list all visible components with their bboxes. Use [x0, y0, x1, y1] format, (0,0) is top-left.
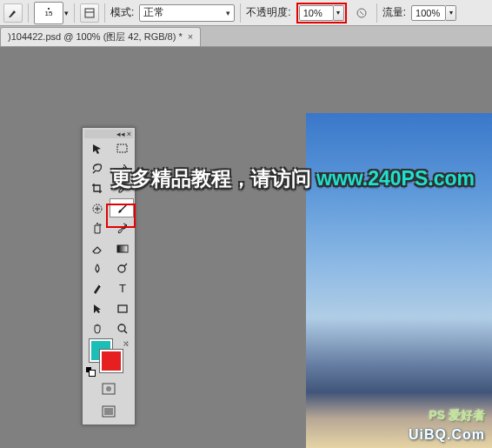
healing-icon	[90, 202, 103, 215]
marquee-tool[interactable]	[110, 138, 134, 157]
blur-icon	[90, 262, 103, 275]
chevron-down-icon: ▾	[226, 9, 230, 17]
panel-icon	[83, 7, 96, 19]
watermark-text: 更多精品教程，请访问 www.240PS.com	[111, 165, 475, 192]
swap-colors-icon[interactable]: ⤭	[123, 339, 130, 348]
background-color[interactable]	[100, 350, 123, 372]
dodge-icon	[116, 262, 129, 275]
history-brush-tool[interactable]	[110, 218, 134, 237]
pen-icon	[90, 282, 103, 295]
shape-tool[interactable]	[110, 298, 134, 318]
mode-label: 模式:	[110, 5, 134, 20]
collapse-icon[interactable]: ◂◂	[116, 130, 125, 138]
options-bar: 15 ▾ 模式: 正常 ▾ 不透明度: 10% ▾ 流量: 100% ▾	[0, 0, 492, 26]
svg-point-8	[118, 265, 125, 272]
path-select-icon	[90, 302, 103, 315]
close-icon[interactable]: ×	[127, 130, 131, 138]
svg-rect-3	[117, 144, 127, 152]
site-brand-text: UiBQ.Com	[409, 427, 485, 442]
chevron-down-icon[interactable]: ▾	[64, 9, 69, 17]
blend-mode-value: 正常	[143, 5, 164, 20]
watermark-link: www.240PS.com	[316, 167, 475, 191]
divider	[104, 3, 105, 23]
shape-icon	[116, 302, 129, 315]
watermark-label: 更多精品教程，请访问	[111, 165, 311, 192]
divider	[74, 3, 75, 23]
brush-size-preview[interactable]: 15	[34, 2, 63, 24]
flow-stepper[interactable]: ▾	[446, 5, 456, 21]
blend-mode-dropdown[interactable]: 正常 ▾	[139, 4, 235, 22]
svg-point-12	[118, 324, 125, 331]
marquee-icon	[116, 142, 129, 155]
pressure-icon	[355, 6, 369, 20]
flow-label: 流量:	[382, 5, 406, 20]
canvas-area[interactable]	[0, 47, 492, 448]
hand-icon	[90, 322, 103, 335]
crop-icon	[90, 182, 103, 195]
opacity-input[interactable]: 10%	[299, 5, 334, 21]
svg-point-6	[96, 223, 98, 224]
opacity-highlight: 10% ▾	[296, 3, 347, 23]
svg-rect-7	[117, 245, 128, 252]
eraser-icon	[90, 242, 103, 255]
document-image	[306, 113, 492, 448]
default-colors-icon[interactable]	[86, 367, 95, 376]
brush-icon	[7, 7, 19, 19]
quick-mask-icon	[102, 383, 116, 395]
svg-text:T: T	[119, 282, 126, 295]
healing-tool[interactable]	[84, 198, 109, 217]
move-tool[interactable]	[84, 138, 109, 157]
flow-input[interactable]: 100%	[411, 5, 446, 21]
svg-rect-17	[104, 408, 113, 415]
tool-preset-picker[interactable]	[3, 3, 23, 23]
path-select-tool[interactable]	[84, 298, 109, 318]
divider	[240, 3, 241, 23]
svg-rect-0	[85, 9, 94, 17]
move-icon	[90, 142, 103, 155]
site-logo: PS 爱好者	[429, 408, 485, 424]
flow-value: 100%	[416, 8, 440, 18]
opacity-label: 不透明度:	[246, 5, 290, 20]
svg-line-13	[124, 331, 127, 333]
quick-mask-toggle[interactable]	[96, 379, 121, 398]
zoom-icon	[116, 322, 129, 335]
brush-icon	[116, 202, 129, 215]
blur-tool[interactable]	[84, 258, 109, 277]
type-icon: T	[116, 282, 129, 295]
brush-panel-toggle[interactable]	[80, 3, 99, 23]
dodge-tool[interactable]	[110, 258, 134, 277]
divider	[28, 3, 29, 23]
eraser-tool[interactable]	[84, 238, 109, 257]
svg-line-9	[124, 264, 127, 266]
brush-tool[interactable]	[110, 198, 134, 217]
clone-tool[interactable]	[84, 218, 109, 237]
type-tool[interactable]: T	[110, 278, 134, 298]
gradient-icon	[116, 242, 129, 255]
brush-size-value: 15	[45, 10, 53, 17]
gradient-tool[interactable]	[110, 238, 134, 257]
lasso-tool[interactable]	[84, 158, 109, 177]
opacity-value: 10%	[303, 8, 322, 18]
tablet-pressure-opacity[interactable]	[352, 3, 371, 23]
site-brand: UiBQ.Com	[409, 427, 485, 443]
color-swatches: ⤭	[84, 338, 133, 378]
zoom-tool[interactable]	[110, 318, 134, 338]
screen-mode-icon	[102, 405, 116, 418]
opacity-stepper[interactable]: ▾	[334, 5, 344, 21]
tools-panel-header[interactable]: ◂◂ ×	[84, 130, 133, 138]
document-tab[interactable]: )104422.psd @ 100% (图层 42, RGB/8) * ×	[0, 27, 201, 46]
document-tabs-bar: )104422.psd @ 100% (图层 42, RGB/8) * ×	[0, 26, 492, 47]
close-icon[interactable]: ×	[188, 31, 193, 42]
svg-point-15	[106, 386, 111, 391]
crop-tool[interactable]	[84, 178, 109, 197]
history-brush-icon	[116, 222, 129, 235]
hand-tool[interactable]	[84, 318, 109, 338]
pen-tool[interactable]	[84, 278, 109, 298]
lasso-icon	[90, 162, 103, 175]
screen-mode-toggle[interactable]	[96, 402, 121, 421]
document-tab-title: )104422.psd @ 100% (图层 42, RGB/8) *	[8, 30, 183, 43]
clone-icon	[90, 222, 103, 235]
svg-rect-11	[118, 305, 127, 312]
divider	[376, 3, 377, 23]
